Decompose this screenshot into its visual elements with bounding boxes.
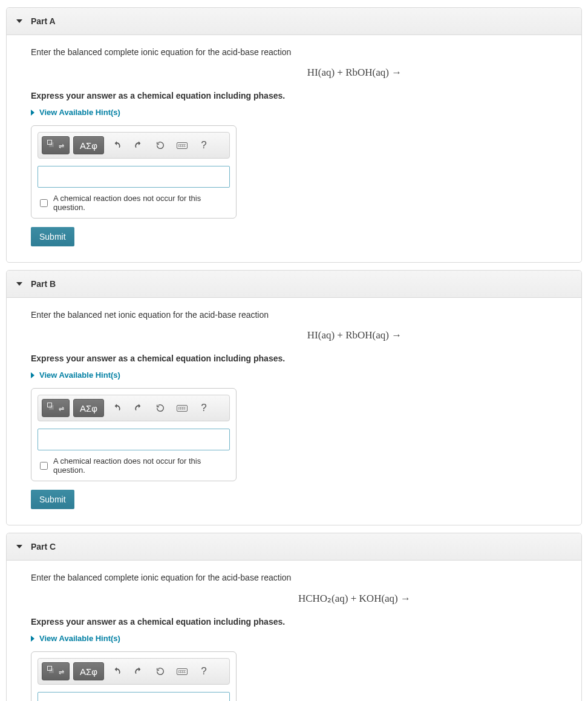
instruction-text: Express your answer as a chemical equati… — [31, 354, 557, 363]
no-reaction-label: A chemical reaction does not occur for t… — [53, 194, 230, 212]
no-reaction-row[interactable]: A chemical reaction does not occur for t… — [38, 194, 230, 212]
prompt-text: Enter the balanced net ionic equation fo… — [31, 310, 557, 320]
keyboard-button[interactable] — [173, 662, 191, 680]
template-button[interactable]: ⇌ — [42, 399, 70, 417]
part-body: Enter the balanced complete ionic equati… — [7, 561, 581, 701]
reset-button[interactable] — [151, 136, 169, 154]
reset-icon — [155, 666, 165, 676]
instruction-text: Express your answer as a chemical equati… — [31, 617, 557, 627]
help-button[interactable]: ? — [195, 662, 213, 680]
prompt-text: Enter the balanced complete ionic equati… — [31, 573, 557, 582]
undo-icon — [112, 140, 122, 150]
equation-display: HI(aq) + RbOH(aq) → — [31, 67, 557, 79]
reset-button[interactable] — [151, 662, 169, 680]
help-button[interactable]: ? — [195, 136, 213, 154]
part-title: Part B — [31, 279, 56, 289]
part-title: Part A — [31, 16, 56, 26]
hints-label: View Available Hint(s) — [39, 634, 120, 643]
answer-box: ⇌ ΑΣφ ? A — [31, 125, 237, 219]
greek-symbols-button[interactable]: ΑΣφ — [73, 399, 104, 417]
caret-right-icon — [31, 372, 34, 378]
template-icon: ⇌ — [47, 666, 64, 677]
answer-box: ⇌ ΑΣφ ? A — [31, 651, 237, 701]
greek-symbols-button[interactable]: ΑΣφ — [73, 662, 104, 680]
view-hints-link[interactable]: View Available Hint(s) — [31, 370, 557, 380]
part-body: Enter the balanced complete ionic equati… — [7, 35, 581, 262]
caret-right-icon — [31, 636, 34, 642]
no-reaction-label: A chemical reaction does not occur for t… — [53, 456, 230, 475]
part-c: Part C Enter the balanced complete ionic… — [6, 533, 582, 701]
no-reaction-row[interactable]: A chemical reaction does not occur for t… — [38, 456, 230, 475]
undo-icon — [112, 403, 122, 413]
chevron-down-icon — [16, 282, 22, 286]
template-button[interactable]: ⇌ — [42, 662, 70, 680]
keyboard-button[interactable] — [173, 399, 191, 417]
undo-button[interactable] — [108, 399, 126, 417]
undo-icon — [112, 666, 122, 676]
undo-button[interactable] — [108, 136, 126, 154]
hints-label: View Available Hint(s) — [39, 108, 120, 117]
submit-button[interactable]: Submit — [31, 227, 74, 246]
template-icon: ⇌ — [47, 140, 64, 151]
equation-toolbar: ⇌ ΑΣφ ? — [38, 395, 230, 421]
equation-display: HCHO₂(aq) + KOH(aq) → — [31, 592, 557, 605]
prompt-text: Enter the balanced complete ionic equati… — [31, 47, 557, 57]
part-body: Enter the balanced net ionic equation fo… — [7, 298, 581, 525]
answer-input[interactable] — [38, 429, 230, 450]
submit-button[interactable]: Submit — [31, 490, 74, 509]
chevron-down-icon — [16, 19, 22, 23]
answer-input[interactable] — [38, 692, 230, 701]
part-header-c[interactable]: Part C — [7, 533, 581, 561]
part-a: Part A Enter the balanced complete ionic… — [6, 7, 582, 263]
answer-input[interactable] — [38, 166, 230, 188]
instruction-text: Express your answer as a chemical equati… — [31, 91, 557, 100]
reset-icon — [155, 140, 165, 150]
redo-button[interactable] — [129, 399, 148, 417]
part-header-a[interactable]: Part A — [7, 8, 581, 35]
caret-right-icon — [31, 110, 34, 116]
no-reaction-checkbox[interactable] — [40, 199, 48, 207]
part-title: Part C — [31, 542, 56, 551]
hints-label: View Available Hint(s) — [39, 370, 120, 380]
answer-box: ⇌ ΑΣφ ? A — [31, 388, 237, 481]
equation-toolbar: ⇌ ΑΣφ ? — [38, 132, 230, 159]
view-hints-link[interactable]: View Available Hint(s) — [31, 634, 557, 643]
help-button[interactable]: ? — [195, 399, 213, 417]
undo-button[interactable] — [108, 662, 126, 680]
equation-display: HI(aq) + RbOH(aq) → — [31, 329, 557, 341]
template-button[interactable]: ⇌ — [42, 136, 70, 154]
no-reaction-checkbox[interactable] — [40, 462, 48, 470]
keyboard-icon — [177, 405, 188, 412]
reset-icon — [155, 403, 165, 413]
equation-toolbar: ⇌ ΑΣφ ? — [38, 658, 230, 685]
redo-button[interactable] — [129, 136, 148, 154]
template-icon: ⇌ — [47, 403, 64, 413]
keyboard-icon — [177, 668, 188, 675]
redo-icon — [134, 140, 143, 150]
part-b: Part B Enter the balanced net ionic equa… — [6, 270, 582, 525]
reset-button[interactable] — [151, 399, 169, 417]
view-hints-link[interactable]: View Available Hint(s) — [31, 108, 557, 117]
chevron-down-icon — [16, 545, 22, 548]
keyboard-icon — [177, 142, 188, 149]
greek-symbols-button[interactable]: ΑΣφ — [73, 136, 104, 154]
keyboard-button[interactable] — [173, 136, 191, 154]
redo-button[interactable] — [129, 662, 148, 680]
redo-icon — [134, 403, 143, 413]
redo-icon — [134, 666, 143, 676]
part-header-b[interactable]: Part B — [7, 271, 581, 298]
